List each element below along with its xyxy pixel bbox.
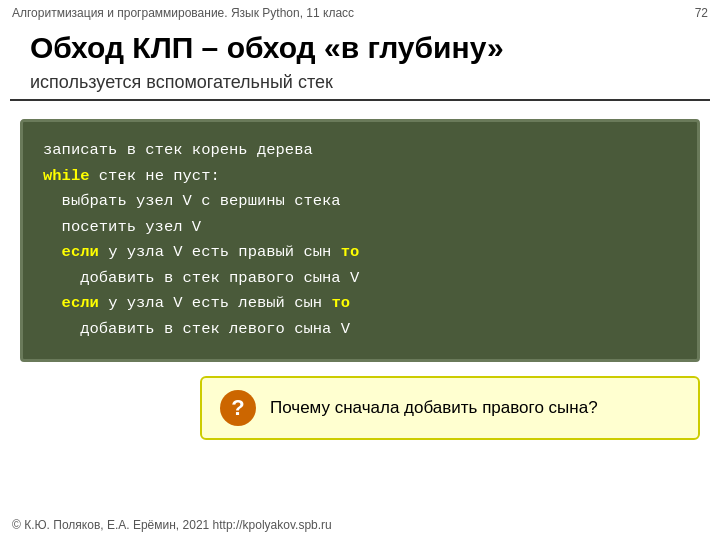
title-section: Обход КЛП – обход «в глубину» использует… <box>10 26 710 101</box>
question-badge: ? <box>220 390 256 426</box>
code-line: посетить узел V <box>43 215 677 241</box>
page-number: 72 <box>695 6 708 20</box>
subtitle: используется вспомогательный стек <box>30 72 690 93</box>
code-line: выбрать узел V с вершины стека <box>43 189 677 215</box>
code-line: добавить в стек правого сына V <box>43 266 677 292</box>
top-bar: Алгоритмизация и программирование. Язык … <box>0 0 720 26</box>
code-line: while стек не пуст: <box>43 164 677 190</box>
code-line: записать в стек корень дерева <box>43 138 677 164</box>
course-title: Алгоритмизация и программирование. Язык … <box>12 6 354 20</box>
question-text: Почему сначала добавить правого сына? <box>270 398 598 418</box>
code-line: если у узла V есть левый сын то <box>43 291 677 317</box>
code-line: если у узла V есть правый сын то <box>43 240 677 266</box>
question-box: ? Почему сначала добавить правого сына? <box>200 376 700 440</box>
footer: © К.Ю. Поляков, Е.А. Ерёмин, 2021 http:/… <box>12 518 332 532</box>
code-block: записать в стек корень дереваwhile стек … <box>20 119 700 362</box>
code-line: добавить в стек левого сына V <box>43 317 677 343</box>
main-title: Обход КЛП – обход «в глубину» <box>30 30 690 66</box>
